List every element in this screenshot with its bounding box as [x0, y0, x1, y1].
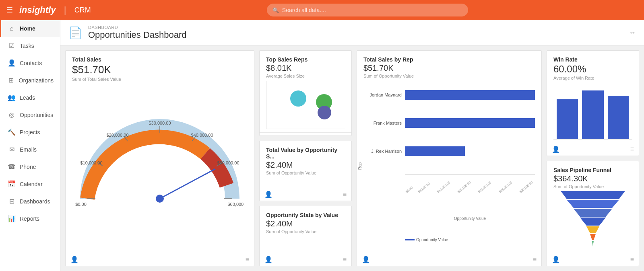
contacts-icon: 👤 [8, 59, 16, 67]
footer-user-icon2: 👤 [264, 135, 272, 136]
opp-state-value: $2.40M [266, 219, 345, 228]
search-input[interactable] [282, 7, 462, 13]
organizations-icon: ⊞ [8, 76, 15, 84]
total-sales-footer: 👤 ≡ [66, 253, 254, 266]
footer-user-icon4: 👤 [264, 256, 272, 263]
sidebar-label-tasks: Tasks [20, 43, 34, 49]
sales-pipeline-value: $364.30K [553, 174, 632, 183]
sidebar-item-projects[interactable]: 🔨 Projects [0, 123, 60, 141]
sidebar-label-calendar: Calendar [20, 181, 43, 187]
logo: insightly [19, 5, 56, 15]
x-axis-labels: $0.00 $5,000.00 $10,000.00 $15,000.00 $2… [405, 191, 535, 195]
widget-win-rate: Win Rate 60.00% Average of Win Rate 👤 ≡ [547, 50, 639, 156]
y-axis-title: Rep [358, 162, 362, 170]
gauge-container: $0.00 $10,000.00 $20,000.00 $30,000.00 $… [72, 83, 248, 250]
sidebar-label-dashboards: Dashboards [20, 198, 50, 205]
sidebar-item-reports[interactable]: 📊 Reports [0, 210, 60, 227]
collapse-button[interactable]: ↔ [629, 29, 636, 37]
sidebar-item-phone[interactable]: ☎ Phone [0, 158, 60, 175]
sidebar-item-leads[interactable]: 👥 Leads [0, 89, 60, 106]
svg-point-15 [156, 195, 164, 203]
bubble-3 [318, 106, 331, 119]
sidebar-item-dashboards[interactable]: ⊟ Dashboards [0, 193, 60, 210]
opp-state-subtitle: Sum of Opportunity Value [266, 229, 345, 234]
footer-menu-icon4[interactable]: ≡ [343, 256, 347, 263]
sidebar-item-organizations[interactable]: ⊞ Organizations [0, 72, 60, 89]
footer-menu-icon7[interactable]: ≡ [630, 256, 634, 263]
top-sales-reps-subtitle: Average Sales Size [266, 74, 345, 78]
svg-line-14 [160, 169, 215, 199]
sales-pipeline-title: Sales Pipeline Funnel [553, 167, 632, 173]
sidebar-label-organizations: Organizations [19, 77, 54, 84]
dashboards-icon: ⊟ [8, 197, 16, 205]
svg-text:$10,000.00: $10,000.00 [80, 160, 102, 165]
x-label-2: $10,000.00 [436, 181, 451, 194]
x-label-0: $0.00 [405, 186, 413, 194]
total-sales-by-rep-footer: 👤 ≡ [357, 253, 541, 266]
phone-icon: ☎ [8, 163, 16, 170]
emails-icon: ✉ [8, 146, 16, 153]
opp-state-footer: 👤 ≡ [260, 253, 351, 266]
top-sales-reps-title: Top Sales Reps [266, 56, 345, 63]
footer-menu-icon6[interactable]: ≡ [630, 146, 634, 153]
svg-text:$20,000.00: $20,000.00 [106, 133, 128, 138]
dashboard-header: 📄 DASHBOARD Opportunities Dashboard ↔ [60, 20, 644, 45]
search-bar[interactable]: 🔍 [267, 4, 468, 16]
total-value-opp-body: Total Value by Opportunity S... $2.40M S… [260, 141, 351, 188]
sidebar-item-contacts[interactable]: 👤 Contacts [0, 54, 60, 72]
svg-text:$30,000.00: $30,000.00 [149, 121, 171, 125]
win-rate-title: Win Rate [553, 56, 632, 63]
total-sales-value: $51.70K [72, 64, 248, 76]
top-nav: ☰ insightly | CRM 🔍 [0, 0, 644, 20]
sidebar-label-home: Home [20, 25, 35, 32]
sidebar-item-home[interactable]: ⌂ Home [0, 20, 60, 37]
sidebar-item-emails[interactable]: ✉ Emails [0, 141, 60, 158]
widget-opp-state: Opportunity State by Value $2.40M Sum of… [259, 206, 352, 266]
funnel-layer-7 [592, 241, 594, 246]
sidebar-label-opportunities: Opportunities [20, 112, 53, 118]
sidebar-label-projects: Projects [20, 129, 40, 136]
reports-icon: 📊 [8, 215, 16, 222]
funnel-layer-2 [567, 200, 619, 208]
sidebar-item-tasks[interactable]: ☑ Tasks [0, 37, 60, 54]
widget-total-sales: Total Sales $51.70K Sum of Total Sales V… [65, 50, 254, 266]
sidebar-item-opportunities[interactable]: ◎ Opportunities [0, 106, 60, 123]
funnel-layer-4 [580, 218, 606, 226]
nav-divider: | [64, 4, 66, 16]
win-rate-bar-1 [557, 99, 578, 139]
footer-menu-icon2[interactable]: ≡ [343, 136, 347, 136]
win-rate-bar-2 [582, 90, 603, 139]
footer-menu-icon5[interactable]: ≡ [533, 256, 537, 263]
sidebar: ⌂ Home ☑ Tasks 👤 Contacts ⊞ Organization… [0, 20, 60, 271]
footer-user-icon5: 👤 [362, 256, 370, 263]
sales-pipeline-body: Sales Pipeline Funnel $364.30K Sum of Op… [547, 161, 639, 253]
total-sales-by-rep-subtitle: Sum of Opportunity Value [363, 74, 535, 78]
x-label-3: $15,000.00 [457, 181, 471, 194]
dashboard-title: Opportunities Dashboard [88, 30, 187, 40]
total-sales-by-rep-title: Total Sales by Rep [363, 56, 535, 63]
content-area: 📄 DASHBOARD Opportunities Dashboard ↔ To… [60, 20, 644, 271]
total-value-opp-value: $2.40M [266, 160, 345, 170]
footer-user-icon6: 👤 [552, 146, 560, 153]
funnel-layer-5 [586, 226, 599, 233]
footer-menu-icon3[interactable]: ≡ [343, 191, 347, 198]
opp-state-body: Opportunity State by Value $2.40M Sum of… [260, 206, 351, 253]
widget-sales-pipeline: Sales Pipeline Funnel $364.30K Sum of Op… [547, 161, 639, 267]
x-label-4: $20,000.00 [477, 181, 492, 194]
footer-user-icon: 👤 [70, 256, 78, 263]
footer-menu-icon[interactable]: ≡ [246, 256, 249, 263]
widget-top-sales-reps: Top Sales Reps $8.01K Average Sales Size… [259, 50, 352, 136]
widget-total-value-opp: Total Value by Opportunity S... $2.40M S… [259, 141, 352, 201]
top-sales-reps-value: $8.01K [266, 64, 345, 73]
col-far-right: Win Rate 60.00% Average of Win Rate 👤 ≡ [547, 50, 639, 266]
win-rate-bars [553, 80, 632, 140]
total-sales-by-rep-value: $51.70K [363, 64, 535, 73]
bubble-chart [266, 81, 345, 129]
bar-row-3: J. Rex Harrison [363, 146, 535, 156]
h-bar-chart: Rep Jordan Maynard Frank Masters J. Rex … [363, 82, 535, 250]
hamburger-menu[interactable]: ☰ [6, 6, 13, 14]
bar-fill-3 [405, 146, 465, 156]
bar-label-1: Jordan Maynard [363, 92, 402, 97]
tasks-icon: ☑ [8, 42, 16, 49]
sidebar-item-calendar[interactable]: 📅 Calendar [0, 175, 60, 193]
